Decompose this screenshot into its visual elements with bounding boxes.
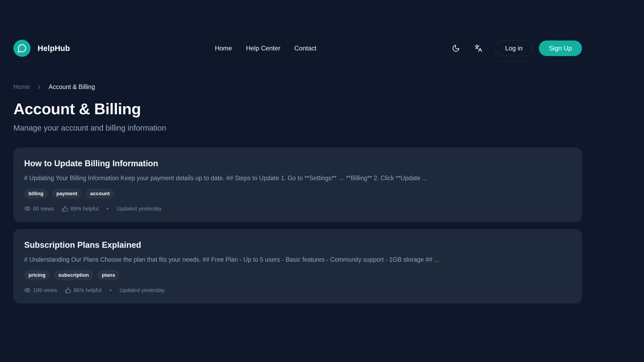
eye-icon	[24, 287, 31, 293]
nav-link-contact[interactable]: Contact	[294, 45, 317, 52]
views-stat: 109 views	[24, 287, 57, 293]
thumbs-up-icon	[65, 287, 71, 293]
views-stat: 60 views	[24, 205, 54, 212]
updated-text: Updated yesterday	[116, 206, 162, 212]
helpful-stat: 86% helpful	[65, 287, 102, 293]
breadcrumb: Home Account & Billing	[13, 83, 582, 91]
article-excerpt: # Understanding Our Plans Choose the pla…	[24, 256, 571, 263]
updated-text: Updated yesterday	[119, 287, 164, 293]
article-excerpt: # Updating Your Billing Information Keep…	[24, 175, 571, 182]
article-tags: billing payment account	[24, 189, 571, 199]
article-list: How to Update Billing Information # Upda…	[13, 147, 582, 304]
theme-toggle-button[interactable]	[450, 42, 462, 54]
views-text: 60 views	[33, 206, 54, 212]
article-card-billing-info[interactable]: How to Update Billing Information # Upda…	[13, 147, 582, 222]
tag-badge: account	[86, 189, 114, 199]
eye-icon	[24, 205, 31, 212]
helpful-text: 86% helpful	[74, 287, 102, 293]
header-actions: Log in Sign Up	[450, 40, 582, 56]
nav-link-home[interactable]: Home	[215, 45, 232, 52]
breadcrumb-home-link[interactable]: Home	[13, 83, 30, 91]
breadcrumb-current: Account & Billing	[49, 83, 95, 91]
article-card-subscription-plans[interactable]: Subscription Plans Explained # Understan…	[13, 229, 582, 304]
helpful-stat: 89% helpful	[62, 206, 99, 212]
tag-badge: subscription	[54, 270, 93, 280]
main-nav: Home Help Center Contact	[215, 45, 317, 52]
login-button[interactable]: Log in	[495, 40, 532, 56]
chevron-right-icon	[36, 84, 42, 90]
views-text: 109 views	[33, 287, 57, 293]
tag-badge: payment	[52, 189, 82, 199]
article-tags: pricing subscription plans	[24, 270, 571, 280]
message-circle-icon	[13, 40, 31, 57]
article-meta: 60 views 89% helpful • Updated yesterday	[24, 205, 571, 212]
article-title[interactable]: How to Update Billing Information	[24, 159, 571, 168]
main-content: Home Account & Billing Account & Billing…	[13, 83, 582, 304]
brand-name: HelpHub	[38, 44, 70, 53]
meta-separator: •	[107, 206, 108, 212]
language-button[interactable]	[473, 42, 484, 54]
page-title: Account & Billing	[13, 100, 582, 118]
article-title[interactable]: Subscription Plans Explained	[24, 240, 571, 250]
tag-badge: billing	[24, 189, 48, 199]
tag-badge: pricing	[24, 270, 50, 280]
page-subtitle: Manage your account and billing informat…	[13, 124, 582, 132]
signup-button[interactable]: Sign Up	[539, 40, 582, 56]
moon-icon	[452, 44, 460, 52]
helpful-text: 89% helpful	[71, 206, 99, 212]
meta-separator: •	[109, 287, 111, 293]
article-meta: 109 views 86% helpful • Updated yesterda…	[24, 287, 571, 293]
nav-link-help-center[interactable]: Help Center	[246, 45, 280, 52]
top-navbar: HelpHub Home Help Center Contact	[0, 0, 644, 61]
thumbs-up-icon	[62, 206, 68, 212]
brand-logo[interactable]: HelpHub	[13, 40, 70, 57]
languages-icon	[474, 44, 482, 52]
tag-badge: plans	[97, 270, 119, 280]
